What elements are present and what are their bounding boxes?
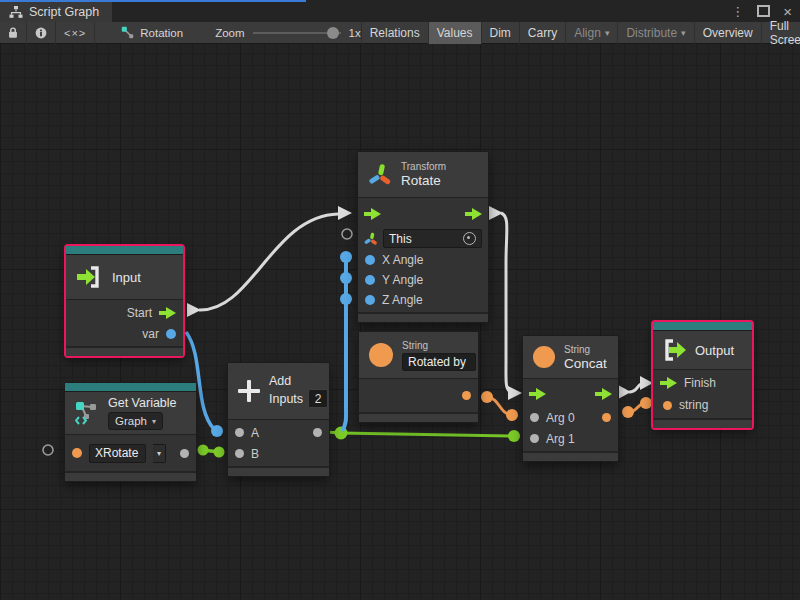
- value-in-port[interactable]: [530, 434, 539, 443]
- input-count-stepper[interactable]: 2: [308, 389, 328, 408]
- values-button[interactable]: Values: [428, 22, 481, 44]
- node-string-concat[interactable]: String Concat Arg 0 Arg 1: [523, 336, 618, 461]
- input-unit-icon: [76, 266, 103, 288]
- value-in-port[interactable]: [365, 295, 375, 305]
- value-in-port[interactable]: [365, 275, 375, 285]
- string-type-icon: [369, 343, 393, 367]
- node-footer: [228, 466, 329, 476]
- string-value: Rotated by: [408, 355, 466, 369]
- variable-name-field[interactable]: XRotate: [89, 444, 146, 463]
- transform-icon: [368, 163, 392, 187]
- node-accent-strip: [653, 322, 752, 331]
- graph-toolbar: <×> Rotation Zoom 1x Relations Values Di…: [0, 22, 800, 44]
- align-dropdown[interactable]: Align▾: [565, 22, 617, 44]
- port-label-finish: Finish: [684, 376, 716, 390]
- port-label-var: var: [142, 327, 159, 341]
- distribute-dropdown[interactable]: Distribute▾: [617, 22, 693, 44]
- close-icon[interactable]: ×: [783, 4, 792, 19]
- flow-out-port[interactable]: [465, 208, 482, 220]
- node-title-line1: Add: [269, 374, 328, 388]
- value-in-port[interactable]: [530, 413, 539, 422]
- info-button[interactable]: [27, 22, 56, 44]
- scope-label: Graph: [115, 415, 147, 427]
- carry-label: Carry: [528, 26, 557, 40]
- output-unit-icon: [661, 339, 688, 361]
- overview-button[interactable]: Overview: [694, 22, 761, 44]
- flow-out-port[interactable]: [595, 388, 612, 400]
- zoom-slider-knob[interactable]: [327, 27, 339, 39]
- lock-icon: [8, 26, 18, 39]
- full-screen-button[interactable]: Full Screen: [761, 22, 800, 44]
- full-screen-label: Full Screen: [770, 19, 800, 47]
- node-category: String: [564, 344, 607, 355]
- node-accent-strip: [66, 246, 183, 255]
- node-title: Concat: [564, 356, 607, 371]
- code-icon: <×>: [64, 27, 86, 39]
- code-view-button[interactable]: <×>: [56, 22, 95, 44]
- node-add-inputs[interactable]: Add Inputs 2 A B: [228, 363, 329, 476]
- node-output[interactable]: Output Finish string: [653, 322, 752, 428]
- tab-label: Script Graph: [29, 5, 99, 19]
- value-in-port[interactable]: [235, 449, 244, 458]
- node-transform-rotate[interactable]: Transform Rotate This X Angle: [358, 152, 488, 322]
- maximize-icon[interactable]: [757, 5, 770, 17]
- dim-label: Dim: [490, 26, 511, 40]
- value-out-port[interactable]: [462, 391, 471, 400]
- overview-label: Overview: [703, 26, 753, 40]
- node-input[interactable]: Input Start var: [66, 246, 183, 356]
- zoom-value: 1x: [349, 27, 361, 39]
- graph-node-icon: [121, 26, 134, 39]
- value-out-port[interactable]: [180, 449, 189, 458]
- value-out-port[interactable]: [602, 413, 611, 422]
- port-label-x-angle: X Angle: [382, 253, 423, 267]
- info-icon: [35, 26, 47, 40]
- carry-button[interactable]: Carry: [519, 22, 565, 44]
- node-get-variable[interactable]: Get Variable Graph ▾ XRotate ▾: [65, 383, 196, 481]
- dim-button[interactable]: Dim: [481, 22, 519, 44]
- node-footer: [66, 346, 183, 356]
- node-category: Transform: [401, 161, 446, 172]
- lock-button[interactable]: [0, 22, 27, 44]
- node-accent-strip: [65, 383, 196, 392]
- variable-name: XRotate: [95, 446, 138, 460]
- value-in-port[interactable]: [365, 255, 375, 265]
- title-tab-bar: Script Graph ⋮ ×: [0, 0, 800, 23]
- window-menu-icon[interactable]: ⋮: [731, 5, 744, 18]
- chevron-down-icon: ▾: [157, 449, 161, 458]
- variable-scope-dropdown[interactable]: Graph ▾: [108, 412, 163, 430]
- node-footer: [65, 471, 196, 481]
- flow-in-port[interactable]: [364, 208, 381, 220]
- node-string-literal[interactable]: String Rotated by: [359, 332, 478, 422]
- node-footer: [359, 412, 478, 422]
- string-type-icon: [533, 346, 555, 368]
- value-in-port[interactable]: [72, 448, 82, 458]
- node-title: Input: [112, 270, 141, 285]
- value-out-port[interactable]: [313, 428, 322, 437]
- distribute-label: Distribute: [626, 26, 677, 40]
- port-label-arg1: Arg 1: [546, 432, 575, 446]
- relations-button[interactable]: Relations: [361, 22, 428, 44]
- values-label: Values: [437, 26, 473, 40]
- value-out-port[interactable]: [166, 329, 176, 339]
- tab-script-graph[interactable]: Script Graph: [0, 2, 112, 22]
- flow-out-port[interactable]: [159, 307, 176, 319]
- port-label-a: A: [251, 426, 259, 440]
- string-value-field[interactable]: Rotated by: [402, 353, 476, 371]
- node-title-line2: Inputs: [269, 392, 303, 406]
- flow-in-port[interactable]: [529, 388, 546, 400]
- get-variable-icon: [75, 401, 99, 425]
- graph-breadcrumb[interactable]: Rotation: [115, 26, 189, 39]
- value-in-port[interactable]: [235, 428, 244, 437]
- node-title: Output: [695, 343, 734, 358]
- variable-name-dropdown-button[interactable]: ▾: [153, 444, 166, 463]
- graph-name-label: Rotation: [140, 27, 183, 39]
- graph-hierarchy-icon: [9, 6, 23, 18]
- port-label-arg0: Arg 0: [546, 411, 575, 425]
- zoom-slider[interactable]: [253, 32, 341, 34]
- relations-label: Relations: [370, 26, 420, 40]
- this-object-field[interactable]: This: [383, 229, 482, 248]
- value-in-port[interactable]: [663, 401, 672, 410]
- object-picker-icon[interactable]: [463, 232, 476, 245]
- flow-in-port[interactable]: [660, 377, 677, 389]
- node-title: Rotate: [401, 173, 446, 188]
